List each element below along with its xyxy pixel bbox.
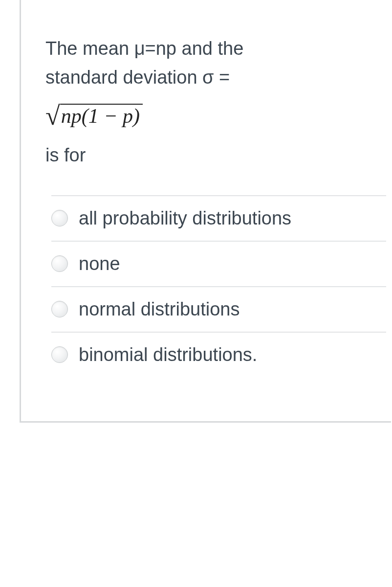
radicand: np(1 − p) bbox=[60, 104, 143, 127]
question-card: The mean μ=np and the standard deviation… bbox=[20, 0, 391, 423]
question-line-2: standard deviation σ = bbox=[45, 67, 230, 88]
option-label: all probability distributions bbox=[79, 208, 291, 229]
radio-icon[interactable] bbox=[51, 346, 68, 363]
options-list: all probability distributions none norma… bbox=[51, 195, 386, 377]
option-label: normal distributions bbox=[79, 299, 240, 320]
formula: √np(1 − p) bbox=[45, 101, 143, 131]
question-suffix: is for bbox=[45, 145, 386, 166]
question-line-1: The mean μ=np and the bbox=[45, 38, 243, 59]
option-label: binomial distributions. bbox=[79, 344, 257, 365]
option-row[interactable]: all probability distributions bbox=[51, 195, 386, 241]
question-text: The mean μ=np and the standard deviation… bbox=[45, 34, 386, 92]
radio-icon[interactable] bbox=[51, 301, 68, 317]
option-row[interactable]: binomial distributions. bbox=[51, 332, 386, 377]
option-label: none bbox=[79, 253, 120, 274]
radio-icon[interactable] bbox=[51, 255, 68, 272]
option-row[interactable]: normal distributions bbox=[51, 286, 386, 332]
radical-icon: √ bbox=[45, 101, 60, 131]
option-row[interactable]: none bbox=[51, 241, 386, 286]
radio-icon[interactable] bbox=[51, 210, 68, 226]
